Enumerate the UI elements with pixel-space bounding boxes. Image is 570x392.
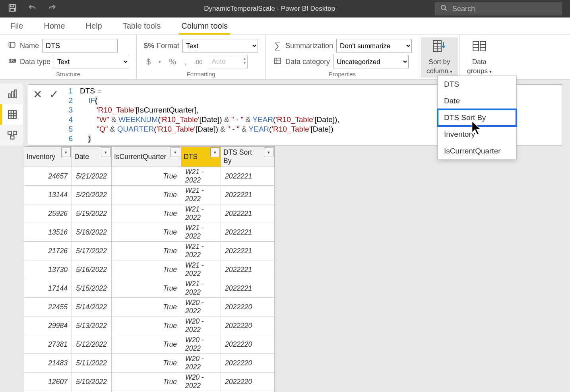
table-row[interactable]: 135165/18/2022TrueW21 - 20222022221 <box>24 223 275 242</box>
currency-button[interactable]: $ <box>144 56 153 67</box>
decimals-auto-input[interactable]: Auto ▴▾ <box>208 55 248 68</box>
table-row[interactable]: 273815/12/2022TrueW20 - 20222022220 <box>24 335 275 354</box>
undo-icon[interactable] <box>28 4 37 14</box>
cell-inventory: 29984 <box>24 316 72 335</box>
col-header-dtssortby[interactable]: DTS Sort By▾ <box>221 147 275 167</box>
formula-code[interactable]: 1DTS = 2 IF( 3 'R10_Table'[IsCurrentQuar… <box>64 86 339 144</box>
svg-line-4 <box>445 9 447 11</box>
svg-rect-16 <box>473 41 479 51</box>
filter-icon[interactable]: ▾ <box>101 147 111 157</box>
table-row[interactable]: 299845/13/2022TrueW20 - 20222022220 <box>24 316 275 335</box>
svg-rect-17 <box>480 41 486 51</box>
sort-dd-item[interactable]: DTS <box>438 76 516 93</box>
save-icon[interactable] <box>8 4 17 14</box>
datacategory-select[interactable]: Uncategorized <box>333 55 409 68</box>
table-row[interactable]: 137305/16/2022TrueW21 - 20222022221 <box>24 260 275 279</box>
table-row[interactable]: 126075/10/2022TrueW20 - 20222022220 <box>24 373 275 391</box>
cell-icq: True <box>112 186 181 204</box>
sort-dd-item[interactable]: Date <box>438 93 516 109</box>
cell-date: 5/12/2022 <box>72 335 112 354</box>
svg-rect-23 <box>12 92 13 98</box>
datatype-select[interactable]: Text <box>54 55 129 68</box>
ribbon-group-datagroups: Data groups▾ <box>460 35 499 79</box>
currency-caret-icon[interactable]: ▾ <box>156 58 163 65</box>
summarization-label: Summarization <box>285 42 333 50</box>
ribbon-group-structure: Name 123 Data type Text Structure <box>0 35 137 79</box>
table-row[interactable]: 171445/15/2022TrueW21 - 20222022221 <box>24 279 275 298</box>
svg-point-3 <box>441 5 446 10</box>
table-row[interactable]: 246575/21/2022TrueW21 - 20222022221 <box>24 167 275 186</box>
tab-table-tools[interactable]: Table tools <box>120 18 163 35</box>
svg-rect-24 <box>14 90 16 98</box>
filter-icon[interactable]: ▾ <box>61 147 71 157</box>
redo-icon[interactable] <box>48 4 56 14</box>
cell-icq: True <box>112 167 181 186</box>
name-input[interactable] <box>42 39 118 52</box>
svg-rect-22 <box>8 94 10 98</box>
sort-by-column-button[interactable]: Sort by column▾ <box>421 37 458 78</box>
cell-inventory: 12607 <box>24 373 72 391</box>
table-row[interactable]: 131445/20/2022TrueW21 - 20222022221 <box>24 186 275 204</box>
cell-sort: 2022220 <box>221 335 275 354</box>
comma-button[interactable]: , <box>182 56 189 67</box>
summarization-select[interactable]: Don't summarize <box>336 39 412 52</box>
tab-help[interactable]: Help <box>83 18 105 35</box>
col-header-inventory[interactable]: Inventory▾ <box>24 147 72 167</box>
group-label-structure: Structure <box>7 71 129 78</box>
cell-dts: W20 - 2022 <box>181 354 221 373</box>
filter-icon[interactable]: ▾ <box>210 147 220 157</box>
model-view-button[interactable] <box>0 125 23 146</box>
cell-date: 5/10/2022 <box>72 373 112 391</box>
report-view-button[interactable] <box>0 83 23 104</box>
cell-dts: W20 - 2022 <box>181 316 221 335</box>
search-placeholder: Search <box>452 5 475 13</box>
chevron-down-icon: ▾ <box>450 69 452 74</box>
table-row[interactable]: 224555/14/2022TrueW20 - 20222022220 <box>24 298 275 316</box>
ribbon-group-formatting: $% Format Text $ ▾ % , .00 Auto ▴▾ Forma… <box>137 35 266 79</box>
ribbon: Name 123 Data type Text Structure $% For… <box>0 35 570 80</box>
filter-icon[interactable]: ▾ <box>171 147 180 157</box>
cell-inventory: 21483 <box>24 354 72 373</box>
tab-column-tools[interactable]: Column tools <box>179 18 230 35</box>
sort-dd-item[interactable]: DTS Sort By <box>438 109 516 126</box>
tab-home[interactable]: Home <box>41 18 67 35</box>
search-box[interactable]: Search <box>435 2 562 16</box>
table-row[interactable]: 259265/19/2022TrueW21 - 20222022221 <box>24 204 275 223</box>
cancel-formula-icon[interactable]: ✕ <box>33 88 42 101</box>
cell-date: 5/19/2022 <box>72 204 112 223</box>
svg-rect-5 <box>9 43 15 47</box>
col-header-dts[interactable]: DTS▾ <box>181 147 221 167</box>
cell-sort: 2022221 <box>221 242 275 260</box>
data-groups-button[interactable]: Data groups▾ <box>461 37 497 78</box>
percent-button[interactable]: % <box>167 56 178 67</box>
view-rail <box>0 83 23 146</box>
data-table-wrap: Inventory▾ Date▾ IsCurrentQuarter▾ DTS▾ … <box>24 146 275 392</box>
tab-file[interactable]: File <box>8 18 25 35</box>
cell-inventory: 27381 <box>24 335 72 354</box>
cell-date: 5/15/2022 <box>72 279 112 298</box>
data-table: Inventory▾ Date▾ IsCurrentQuarter▾ DTS▾ … <box>24 146 275 392</box>
filter-icon[interactable]: ▾ <box>264 147 273 157</box>
spinner-icon[interactable]: ▴▾ <box>244 56 246 65</box>
table-row[interactable]: 217265/17/2022TrueW21 - 20222022221 <box>24 242 275 260</box>
table-row[interactable]: 214835/11/2022TrueW20 - 20222022220 <box>24 354 275 373</box>
datacategory-icon <box>273 57 282 67</box>
cell-sort: 2022221 <box>221 186 275 204</box>
format-select[interactable]: Text <box>182 39 258 52</box>
datatype-label: Data type <box>20 58 50 66</box>
cell-inventory: 22455 <box>24 298 72 316</box>
sort-dd-item[interactable]: IsCurrentQuarter <box>438 143 516 159</box>
data-view-button[interactable] <box>0 104 23 125</box>
sort-dd-item[interactable]: Inventory <box>438 126 516 143</box>
svg-rect-32 <box>11 136 14 139</box>
col-header-iscurrentquarter[interactable]: IsCurrentQuarter▾ <box>112 147 181 167</box>
accept-formula-icon[interactable]: ✓ <box>49 88 58 101</box>
cell-dts: W20 - 2022 <box>181 335 221 354</box>
cell-date: 5/17/2022 <box>72 242 112 260</box>
cell-date: 5/21/2022 <box>72 167 112 186</box>
name-label: Name <box>20 42 39 50</box>
cell-sort: 2022220 <box>221 298 275 316</box>
cell-date: 5/20/2022 <box>72 186 112 204</box>
col-header-date[interactable]: Date▾ <box>72 147 112 167</box>
decimals-button[interactable]: .00 <box>192 58 205 66</box>
